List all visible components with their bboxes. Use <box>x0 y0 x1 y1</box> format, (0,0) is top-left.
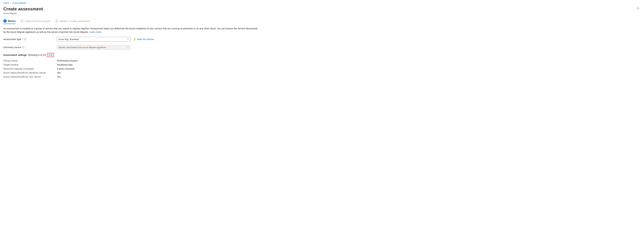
tab-select-servers[interactable]: 2 Select servers to assess <box>20 19 50 24</box>
settings-item: Target locationSoutheast Asia <box>3 63 641 66</box>
intro-paragraph: An assessment is created on a group of s… <box>3 27 258 34</box>
chevron-down-icon <box>127 46 129 49</box>
step-number-icon: 3 <box>55 20 58 23</box>
more-actions-button[interactable]: … <box>45 7 48 10</box>
close-icon[interactable] <box>635 6 641 12</box>
help-me-choose-link[interactable]: Help me choose <box>137 38 154 41</box>
settings-item-key: Azure Hybrid Benefit for Windows Server <box>3 71 57 74</box>
intro-text: An assessment is created on a group of s… <box>3 27 257 33</box>
tab-label: Basics <box>8 20 16 22</box>
settings-item-key: Reserved capacity (compute) <box>3 67 57 70</box>
assessment-type-label: Assessment type <box>3 38 21 41</box>
settings-item-key: Azure Hybrid Benefit for SQL Server <box>3 75 57 78</box>
lightbulb-icon: 💡 <box>133 38 136 41</box>
svg-rect-1 <box>25 39 25 40</box>
settings-item-key: Sizing criteria <box>3 59 57 62</box>
select-value: Servers discovered from Azure Migrate ap… <box>58 46 106 49</box>
settings-item-value: Southeast Asia <box>57 63 72 66</box>
assessment-type-row: Assessment type * Azure SQL (Preview) 💡 … <box>3 37 641 42</box>
learn-more-link[interactable]: Learn more. <box>89 31 102 33</box>
discovery-source-row: Discovery source Servers discovered from… <box>3 45 641 50</box>
discovery-source-label: Discovery source <box>3 46 21 49</box>
step-number-icon: 1 <box>3 19 7 23</box>
chevron-right-icon: › <box>28 2 28 4</box>
settings-list: Sizing criteriaPerformance-basedTarget l… <box>3 59 641 78</box>
edit-highlight-box: Edit <box>47 53 54 57</box>
settings-item: Azure Hybrid Benefit for Windows ServerY… <box>3 71 641 74</box>
breadcrumb-home[interactable]: Home <box>3 2 9 4</box>
step-number-icon: 2 <box>20 20 24 23</box>
select-value: Azure SQL (Preview) <box>58 38 79 41</box>
settings-item-key: Target location <box>3 63 57 66</box>
settings-count: (Showing 5 of 22) <box>28 54 46 56</box>
discovery-source-select: Servers discovered from Azure Migrate ap… <box>57 45 130 50</box>
wizard-tabs: 1 Basics 2 Select servers to assess 3 Re… <box>3 19 641 24</box>
page-title: Create assessment <box>3 6 43 12</box>
assessment-settings-heading: Assessment settings (Showing 5 of 22) Ed… <box>3 53 641 57</box>
tab-basics[interactable]: 1 Basics <box>3 19 16 24</box>
settings-item: Sizing criteriaPerformance-based <box>3 59 641 62</box>
chevron-right-icon: › <box>10 2 11 4</box>
settings-item-value: Performance-based <box>57 59 78 62</box>
page-subtitle: Azure Migrate <box>3 12 641 15</box>
settings-title: Assessment settings <box>3 54 27 56</box>
required-icon: * <box>22 38 23 41</box>
edit-settings-link[interactable]: Edit <box>48 54 52 56</box>
settings-item: Reserved capacity (compute)3 years reser… <box>3 67 641 70</box>
settings-item: Azure Hybrid Benefit for SQL ServerYes <box>3 75 641 78</box>
tab-label: Select servers to assess <box>25 20 50 23</box>
settings-item-value: Yes <box>57 75 61 78</box>
assessment-type-select[interactable]: Azure SQL (Preview) <box>57 37 130 42</box>
info-icon[interactable] <box>24 38 26 40</box>
settings-item-value: Yes <box>57 71 61 74</box>
breadcrumb-azure-migrate[interactable]: Azure Migrate <box>12 2 26 4</box>
tab-review-create[interactable]: 3 Review + create assessment <box>55 19 90 24</box>
chevron-down-icon <box>127 38 129 41</box>
tab-label: Review + create assessment <box>60 20 90 23</box>
breadcrumb: Home › Azure Migrate › <box>3 2 641 4</box>
settings-item-value: 3 years reserved <box>57 67 74 70</box>
info-icon[interactable] <box>22 46 24 48</box>
